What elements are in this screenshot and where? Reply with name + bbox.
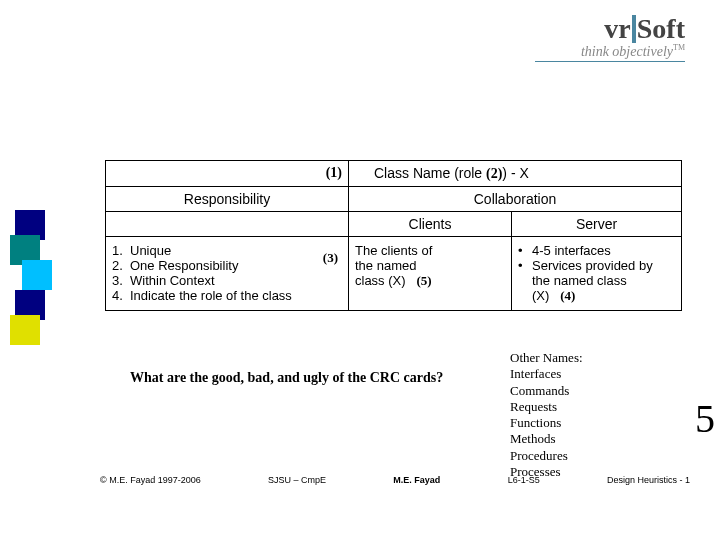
- resp-text: Indicate the role of the class: [130, 288, 292, 303]
- other-names-block: Other Names: Interfaces Commands Request…: [510, 350, 583, 480]
- other-names-item: Commands: [510, 383, 583, 399]
- resp-text: Within Context: [130, 273, 215, 288]
- other-names-item: Requests: [510, 399, 583, 415]
- responsibility-header: Responsibility: [106, 186, 349, 211]
- footer-author: M.E. Fayad: [393, 475, 440, 485]
- resp-text: Unique: [130, 243, 171, 258]
- question-text: What are the good, bad, and ugly of the …: [130, 370, 443, 386]
- logo: vrSoft think objectivelyTM: [535, 15, 685, 62]
- marker-4: (4): [560, 288, 575, 303]
- deco-square: [10, 315, 40, 345]
- collaboration-header: Collaboration: [349, 186, 681, 211]
- logo-brand-right: Soft: [637, 13, 685, 44]
- other-names-head: Other Names:: [510, 350, 583, 366]
- clients-line: The clients of: [355, 243, 505, 258]
- logo-brand-left: vr: [604, 13, 630, 44]
- responsibility-body: 1.Unique 2.One Responsibility (3) 3.With…: [106, 237, 349, 310]
- slide-number-large: 5: [695, 395, 715, 442]
- logo-underline: [535, 61, 685, 62]
- other-names-item: Methods: [510, 431, 583, 447]
- logo-tagline: think objectively: [581, 44, 673, 59]
- server-text: Services provided by the named class (X): [532, 258, 653, 303]
- footer: © M.E. Fayad 1997-2006 SJSU – CmpE M.E. …: [100, 475, 690, 485]
- class-name-cell: Class Name (role (2)) - X: [349, 161, 681, 186]
- clients-body: The clients of the named class (X) (5): [349, 237, 512, 310]
- marker-1: (1): [326, 165, 342, 180]
- resp-text: One Responsibility: [130, 258, 238, 273]
- resp-num: 3.: [112, 273, 130, 288]
- bullet-icon: •: [518, 258, 532, 273]
- footer-copyright: © M.E. Fayad 1997-2006: [100, 475, 201, 485]
- clients-header: Clients: [349, 212, 512, 236]
- marker-2: (2): [486, 166, 502, 181]
- server-text: 4-5 interfaces: [532, 243, 667, 258]
- logo-bar-icon: [632, 15, 636, 43]
- responsibility-subheader-empty: [106, 212, 349, 236]
- clients-line: the named: [355, 258, 505, 273]
- resp-num: 1.: [112, 243, 130, 258]
- other-names-item: Functions: [510, 415, 583, 431]
- deco-square: [22, 260, 52, 290]
- clients-line: class (X): [355, 273, 406, 288]
- footer-right: Design Heuristics - 1: [607, 475, 690, 485]
- crc-table: (1) Class Name (role (2)) - X Responsibi…: [105, 160, 682, 311]
- server-header: Server: [512, 212, 681, 236]
- resp-num: 2.: [112, 258, 130, 273]
- class-name-text: Class Name (role: [374, 165, 482, 181]
- server-body: •4-5 interfaces •Services provided by th…: [512, 237, 681, 310]
- other-names-item: Interfaces: [510, 366, 583, 382]
- class-name-tail: ) - X: [502, 165, 528, 181]
- marker-5: (5): [416, 273, 431, 288]
- bullet-icon: •: [518, 243, 532, 258]
- marker-3: (3): [323, 250, 338, 266]
- resp-num: 4.: [112, 288, 130, 303]
- footer-code: L6-1-S5: [508, 475, 540, 485]
- logo-tm: TM: [673, 43, 685, 52]
- footer-center: SJSU – CmpE: [268, 475, 326, 485]
- other-names-item: Procedures: [510, 448, 583, 464]
